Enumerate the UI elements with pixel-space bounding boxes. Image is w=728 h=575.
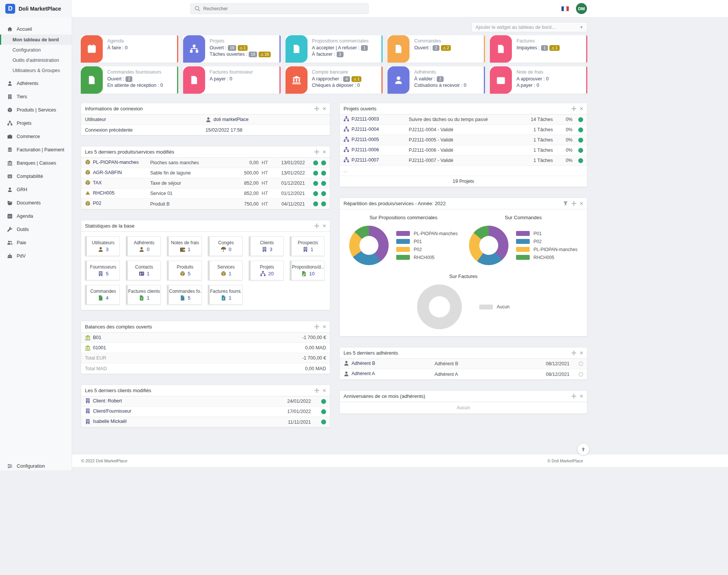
sidebar-item-configuration[interactable]: Configuration bbox=[0, 45, 72, 55]
project-link[interactable]: PJ2111-0004 bbox=[344, 126, 379, 132]
sidebar-item-outils[interactable]: Outils bbox=[0, 224, 72, 235]
product-link[interactable]: P02 bbox=[85, 201, 101, 206]
stat-tile[interactable]: Congés0 bbox=[208, 236, 243, 256]
close-icon[interactable]: × bbox=[580, 106, 583, 112]
widget-factures-fournisseur[interactable]: Factures fournisseur A payer : 0 bbox=[183, 66, 281, 94]
search-input[interactable] bbox=[203, 6, 364, 11]
widget-factures[interactable]: Factures Impayées :11 bbox=[490, 35, 587, 63]
close-icon[interactable]: × bbox=[580, 201, 583, 207]
language-flag-fr[interactable] bbox=[561, 6, 569, 11]
project-link[interactable]: PJ2111-0005 bbox=[344, 137, 379, 142]
sidebar-item-mon-tableau-de-bord[interactable]: Mon tableau de bord bbox=[0, 35, 72, 45]
sidebar-item-outils-administration[interactable]: Outils d'administration bbox=[0, 55, 72, 65]
file-invoice-icon bbox=[221, 295, 226, 301]
client-link[interactable]: Isabelle Mickaël bbox=[85, 419, 127, 424]
move-icon[interactable] bbox=[314, 223, 319, 228]
move-icon[interactable] bbox=[314, 106, 319, 111]
stat-tile[interactable]: Projets20 bbox=[249, 261, 284, 280]
stat-tile[interactable]: Clients3 bbox=[249, 236, 284, 256]
sidebar-item-documents[interactable]: Documents bbox=[0, 197, 72, 208]
move-icon[interactable] bbox=[571, 350, 576, 355]
stat-tile[interactable]: Produits5 bbox=[167, 261, 202, 280]
close-icon[interactable]: × bbox=[580, 350, 583, 356]
stat-tile[interactable]: Commandes4 bbox=[85, 285, 120, 305]
close-icon[interactable]: × bbox=[323, 324, 326, 330]
stat-tile[interactable]: Contacts1 bbox=[126, 261, 161, 280]
sidebar-item-comptabilite[interactable]: Comptabilité bbox=[0, 171, 72, 182]
move-icon[interactable] bbox=[314, 324, 319, 329]
stat-tile[interactable]: Services1 bbox=[208, 261, 243, 280]
close-icon[interactable]: × bbox=[323, 106, 326, 112]
close-icon[interactable]: × bbox=[580, 393, 583, 399]
member-link[interactable]: Adhérent B bbox=[344, 360, 375, 366]
folder-icon bbox=[7, 200, 13, 206]
widget-propositions[interactable]: Propositions commerciales A accepter | A… bbox=[286, 35, 383, 63]
widget-commandes-fournisseurs[interactable]: Commandes fournisseurs Ouvert :2 En atte… bbox=[81, 66, 178, 94]
panel-title: Anniversaires de ce mois (adhérents) bbox=[344, 393, 425, 399]
legend-swatch bbox=[516, 231, 530, 236]
stat-tile[interactable]: Fournisseurs5 bbox=[85, 261, 120, 280]
client-link[interactable]: Client/Fournisseur bbox=[85, 408, 131, 414]
widget-agenda[interactable]: Agenda À faire : 0 bbox=[81, 35, 178, 63]
user-avatar[interactable]: DM bbox=[576, 3, 587, 14]
product-link[interactable]: AGR-SABFIN bbox=[85, 170, 122, 175]
sidebar-item-agenda[interactable]: Agenda bbox=[0, 211, 72, 222]
stat-tile[interactable]: Utilisateurs3 bbox=[85, 236, 120, 256]
global-search[interactable] bbox=[190, 3, 369, 14]
app-logo[interactable]: D Doli MarketPlace bbox=[0, 0, 72, 17]
late-badge: 1 bbox=[351, 76, 361, 82]
member-link[interactable]: Adhérent A bbox=[344, 371, 375, 377]
scroll-to-top-button[interactable] bbox=[577, 443, 590, 456]
sidebar-item-adherents[interactable]: Adhérents bbox=[0, 78, 72, 89]
close-icon[interactable]: × bbox=[323, 149, 326, 155]
add-widget-select[interactable]: Ajouter le widget au tableau de bord... … bbox=[471, 22, 587, 32]
panel-balances: Balances des comptes ouverts × B01 -1 70… bbox=[81, 321, 330, 374]
widget-compte-bancaire[interactable]: Compte bancaire A rapprocher :41 Chèques… bbox=[286, 66, 383, 94]
move-icon[interactable] bbox=[314, 149, 319, 154]
sidebar-item-facturation-paiement[interactable]: Facturation | Paiement bbox=[0, 144, 72, 155]
sidebar-item-commerce[interactable]: Commerce bbox=[0, 131, 72, 142]
stat-tile[interactable]: Propositions/d...10 bbox=[290, 261, 325, 280]
project-link[interactable]: PJ2111-0007 bbox=[344, 157, 379, 163]
close-icon[interactable]: × bbox=[323, 223, 326, 229]
move-icon[interactable] bbox=[571, 106, 576, 111]
panel-title: Informations de connexion bbox=[85, 106, 143, 112]
panel-derniers-adherents: Les 5 derniers adhérents × Adhérent B Ad… bbox=[339, 347, 587, 380]
widget-note-de-frais[interactable]: Note de frais A approuver : 0 A payer : … bbox=[490, 66, 587, 94]
stat-tile[interactable]: Notes de frais1 bbox=[167, 236, 202, 256]
sidebar-item-projets[interactable]: Projets bbox=[0, 118, 72, 129]
project-link[interactable]: PJ2111-0003 bbox=[344, 116, 379, 122]
stat-tile[interactable]: Prospects1 bbox=[290, 236, 325, 256]
sidebar-item-utilisateurs-groupes[interactable]: Utilisateurs & Groupes bbox=[0, 65, 72, 75]
project-link[interactable]: PJ2111-0006 bbox=[344, 147, 379, 152]
stat-tile[interactable]: Factures clients1 bbox=[126, 285, 161, 305]
stat-label: Commandes fo... bbox=[169, 289, 201, 294]
sidebar-item-accueil[interactable]: Accueil bbox=[0, 24, 72, 35]
product-link[interactable]: PL-PIOPAN-manches bbox=[85, 159, 139, 165]
bank-account-link[interactable]: 01001 bbox=[85, 345, 106, 351]
stat-tile[interactable]: Commandes fo...5 bbox=[167, 285, 202, 305]
service-link[interactable]: RHCH005 bbox=[85, 190, 115, 196]
widget-adherents[interactable]: Adhérents À valider :2 Cotisations à rec… bbox=[388, 66, 485, 94]
sidebar-item-pdv[interactable]: PdV bbox=[0, 250, 72, 261]
client-link[interactable]: Client: Robert bbox=[85, 398, 122, 404]
filter-icon[interactable] bbox=[563, 201, 568, 206]
stat-tile[interactable]: Factures fourni...1 bbox=[208, 285, 243, 305]
move-icon[interactable] bbox=[571, 201, 576, 206]
bank-account-link[interactable]: B01 bbox=[85, 335, 101, 341]
close-icon[interactable]: × bbox=[323, 388, 326, 394]
user-link[interactable]: doli marketPlace bbox=[206, 117, 248, 123]
sidebar-item-configuration-bottom[interactable]: Configuration bbox=[0, 460, 72, 471]
sidebar-item-banques-caisses[interactable]: Banques | Caisses bbox=[0, 157, 72, 168]
sidebar-item-tiers[interactable]: Tiers bbox=[0, 91, 72, 102]
widget-projets[interactable]: Projets Ouvert :191 Tâches ouvertes :191… bbox=[183, 35, 281, 63]
sidebar-item-produits-services[interactable]: Produits | Services bbox=[0, 104, 72, 115]
move-icon[interactable] bbox=[314, 388, 319, 393]
table-row: 01001 0,00 MAD bbox=[81, 343, 330, 353]
move-icon[interactable] bbox=[571, 394, 576, 399]
stat-tile[interactable]: Adhérents0 bbox=[126, 236, 161, 256]
widget-commandes[interactable]: Commandes Ouvert :22 bbox=[388, 35, 485, 63]
sidebar-item-paie[interactable]: Paie bbox=[0, 237, 72, 248]
sidebar-item-grh[interactable]: GRH bbox=[0, 184, 72, 195]
product-link[interactable]: TAX bbox=[85, 180, 102, 185]
